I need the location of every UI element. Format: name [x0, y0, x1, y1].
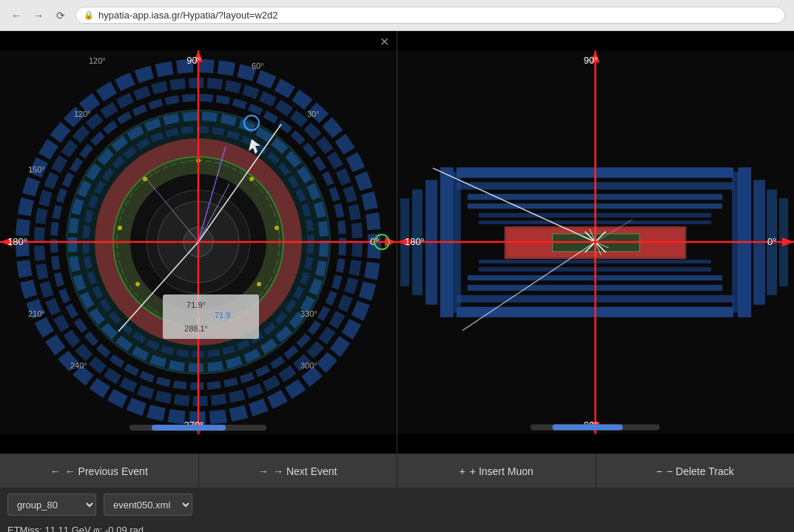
- group-dropdown[interactable]: group_80: [7, 494, 96, 516]
- svg-text:210°: 210°: [28, 309, 45, 318]
- browser-chrome: ← → ⟳ 🔒 hypatia-app.iasa.gr/Hypatia/?lay…: [0, 0, 794, 31]
- next-event-button[interactable]: → → Next Event: [199, 454, 398, 488]
- svg-text:71.9°: 71.9°: [186, 300, 206, 309]
- svg-text:120°: 120°: [89, 56, 106, 65]
- delete-track-label: − Delete Track: [667, 465, 734, 477]
- svg-text:288.1°: 288.1°: [184, 324, 208, 333]
- svg-text:180°: 180°: [7, 236, 27, 247]
- svg-point-16: [118, 226, 122, 230]
- insert-muon-label: + Insert Muon: [470, 465, 534, 477]
- bottom-toolbar: group_80 event050.xml ETMiss: 11.11 GeV …: [0, 488, 794, 532]
- event-dropdown[interactable]: event050.xml: [104, 494, 192, 516]
- next-event-label: → Next Event: [273, 465, 337, 477]
- svg-point-13: [257, 282, 261, 286]
- insert-icon: +: [460, 465, 465, 477]
- right-panel[interactable]: 90° 90° 180° 0°: [397, 31, 794, 454]
- svg-text:240°: 240°: [70, 361, 87, 370]
- svg-text:330°: 330°: [300, 309, 317, 318]
- status-bar: ETMiss: 11.11 GeV φ: -0.09 rad: [7, 525, 787, 532]
- controls-bar: ← ← Previous Event → → Next Event + + In…: [0, 454, 794, 488]
- address-bar: 🔒 hypatia-app.iasa.gr/Hypatia/?layout=w2…: [75, 7, 785, 24]
- reload-button[interactable]: ⟳: [53, 8, 68, 23]
- svg-text:90°: 90°: [584, 55, 599, 66]
- prev-event-button[interactable]: ← ← Previous Event: [0, 454, 199, 488]
- back-button[interactable]: ←: [9, 8, 24, 23]
- svg-text:0°: 0°: [767, 236, 776, 247]
- prev-event-label: ← Previous Event: [65, 465, 148, 477]
- viz-area: ✕: [0, 31, 794, 454]
- svg-text:30°: 30°: [307, 110, 320, 118]
- left-panel-svg: 90° 270° 180° 0° 60° 30° 120° 150° 240° …: [0, 31, 397, 454]
- svg-rect-54: [152, 425, 226, 431]
- next-arrow-icon: →: [258, 465, 269, 477]
- lock-icon: 🔒: [84, 10, 94, 20]
- delete-icon: −: [656, 465, 662, 477]
- right-panel-svg: 90° 90° 180° 0°: [397, 31, 794, 454]
- close-button[interactable]: ✕: [380, 35, 389, 49]
- svg-text:90°: 90°: [186, 55, 201, 66]
- svg-text:150°: 150°: [28, 165, 45, 174]
- svg-text:180°: 180°: [405, 236, 425, 247]
- svg-point-11: [249, 177, 254, 181]
- svg-text:60°: 60°: [252, 61, 264, 70]
- svg-text:71.9: 71.9: [215, 311, 230, 320]
- svg-point-15: [135, 282, 140, 286]
- forward-button[interactable]: →: [31, 8, 46, 23]
- svg-text:300°: 300°: [300, 361, 317, 370]
- delete-track-button[interactable]: − − Delete Track: [596, 454, 795, 488]
- prev-arrow-icon: ←: [50, 465, 61, 477]
- insert-muon-button[interactable]: + + Insert Muon: [397, 454, 596, 488]
- app-container: ✕: [0, 31, 794, 532]
- left-panel[interactable]: ✕: [0, 31, 397, 454]
- svg-rect-48: [163, 294, 259, 339]
- svg-text:120°: 120°: [74, 110, 91, 118]
- url-text: hypatia-app.iasa.gr/Hypatia/?layout=w2d2: [98, 10, 277, 21]
- svg-point-12: [275, 226, 279, 230]
- svg-rect-101: [553, 425, 623, 431]
